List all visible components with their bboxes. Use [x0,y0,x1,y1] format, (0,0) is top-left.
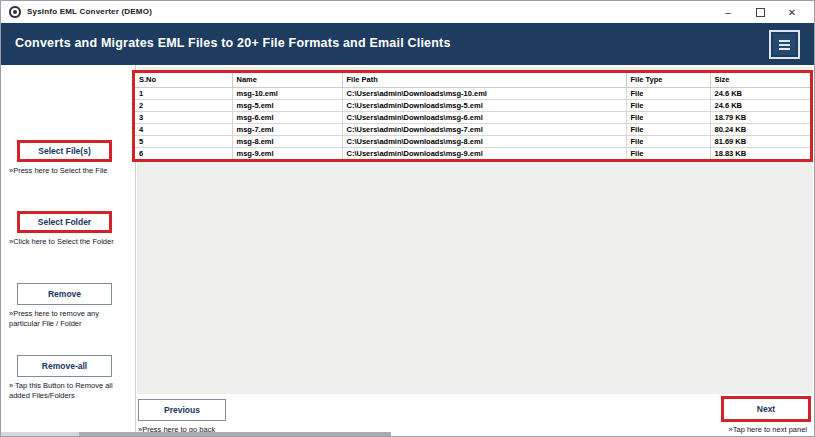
cell-sno: 5 [135,135,232,147]
cell-path: C:\Users\admin\Downloads\msg-10.eml [342,87,626,99]
close-button[interactable]: ✕ [776,1,808,23]
table-row[interactable]: 5 msg-8.eml C:\Users\admin\Downloads\msg… [135,135,810,147]
table-row[interactable]: 3 msg-6.eml C:\Users\admin\Downloads\msg… [135,111,810,123]
maximize-button[interactable] [744,1,776,23]
app-window: SysInfo EML Converter (DEMO) – ✕ Convert… [0,0,815,437]
cell-name: msg-5.eml [232,99,342,111]
table-header-row: S.No Name File Path File Type Size [135,73,810,87]
cell-size: 81.69 KB [710,135,810,147]
remove-all-button[interactable]: Remove-all [17,355,112,377]
cell-name: msg-10.eml [232,87,342,99]
bottom-edge-light [1,432,79,436]
menu-button[interactable] [769,30,800,59]
remove-button[interactable]: Remove [17,283,112,305]
cell-path: C:\Users\admin\Downloads\msg-5.eml [342,99,626,111]
column-header-size[interactable]: Size [710,73,810,87]
sidebar: Select File(s) »Press here to Select the… [1,65,136,436]
files-table-container: S.No Name File Path File Type Size 1 msg… [132,70,813,162]
cell-path: C:\Users\admin\Downloads\msg-7.eml [342,123,626,135]
window-title: SysInfo EML Converter (DEMO) [27,7,152,16]
column-header-type[interactable]: File Type [626,73,710,87]
cell-path: C:\Users\admin\Downloads\msg-6.eml [342,111,626,123]
select-files-button[interactable]: Select File(s) [17,140,112,162]
cell-sno: 1 [135,87,232,99]
column-header-sno[interactable]: S.No [135,73,232,87]
cell-size: 18.79 KB [710,111,810,123]
cell-type: File [626,111,710,123]
close-icon: ✕ [788,7,796,18]
titlebar: SysInfo EML Converter (DEMO) – ✕ [1,1,814,23]
cell-size: 24.6 KB [710,87,810,99]
table-row[interactable]: 4 msg-7.eml C:\Users\admin\Downloads\msg… [135,123,810,135]
page-title: Converts and Migrates EML Files to 20+ F… [15,36,451,50]
select-folder-caption: »Click here to Select the Folder [9,237,127,247]
previous-button[interactable]: Previous [138,399,226,421]
remove-caption: »Press here to remove any particular Fil… [9,309,127,329]
column-header-name[interactable]: Name [232,73,342,87]
table-row[interactable]: 2 msg-5.eml C:\Users\admin\Downloads\msg… [135,99,810,111]
maximize-icon [756,8,765,17]
bottom-edge-dark [79,432,391,436]
select-folder-button[interactable]: Select Folder [17,211,112,233]
minimize-button[interactable]: – [712,1,744,23]
cell-type: File [626,123,710,135]
cell-type: File [626,147,710,159]
cell-size: 24.6 KB [710,99,810,111]
cell-type: File [626,99,710,111]
table-row[interactable]: 1 msg-10.eml C:\Users\admin\Downloads\ms… [135,87,810,99]
minimize-icon: – [725,7,731,18]
cell-type: File [626,87,710,99]
cell-path: C:\Users\admin\Downloads\msg-9.eml [342,147,626,159]
table-row[interactable]: 6 msg-9.eml C:\Users\admin\Downloads\msg… [135,147,810,159]
next-caption: »Tap here to next panel [729,425,807,434]
next-button[interactable]: Next [721,396,811,422]
cell-sno: 6 [135,147,232,159]
app-icon [9,6,21,18]
cell-name: msg-9.eml [232,147,342,159]
cell-name: msg-6.eml [232,111,342,123]
header-banner: Converts and Migrates EML Files to 20+ F… [1,23,814,65]
cell-sno: 4 [135,123,232,135]
remove-all-caption: » Tap this Button to Remove all added Fi… [9,381,127,401]
cell-sno: 3 [135,111,232,123]
cell-sno: 2 [135,99,232,111]
cell-size: 18.83 KB [710,147,810,159]
column-header-path[interactable]: File Path [342,73,626,87]
cell-path: C:\Users\admin\Downloads\msg-8.eml [342,135,626,147]
window-controls: – ✕ [712,1,808,23]
files-table: S.No Name File Path File Type Size 1 msg… [135,73,810,159]
hamburger-icon [779,40,790,50]
cell-name: msg-8.eml [232,135,342,147]
cell-size: 80.24 KB [710,123,810,135]
cell-type: File [626,135,710,147]
cell-name: msg-7.eml [232,123,342,135]
select-files-caption: »Press here to Select the File [9,166,127,176]
